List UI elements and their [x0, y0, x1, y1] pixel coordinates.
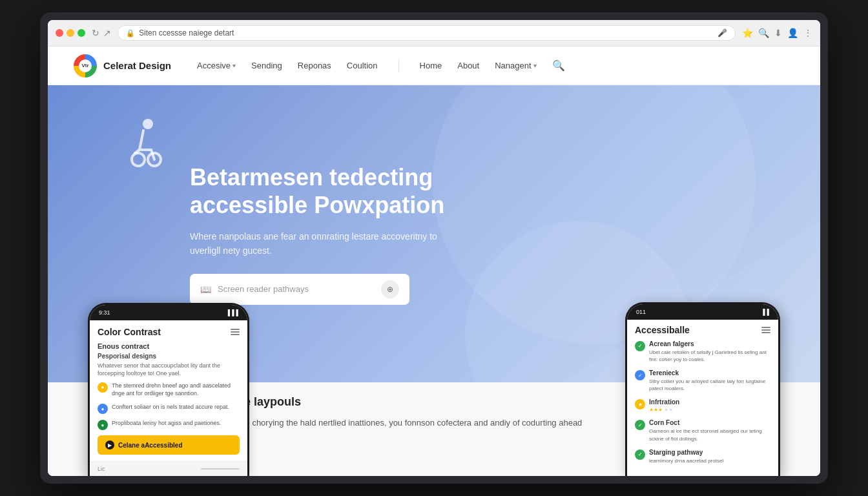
chevron-down-icon-2: ▾ [533, 62, 537, 69]
search-placeholder-text: Screen reader pathways [218, 284, 375, 294]
section-text: Beloweed the chorying the hald nertlied … [199, 417, 586, 444]
phone-right-item-2: ★ Infrtration ★★★ ★★ [635, 398, 770, 413]
phone-left-subtitle2: Pesporisal designs [98, 353, 240, 360]
hero-search-bar[interactable]: 📖 Screen reader pathways ⊕ [190, 274, 409, 305]
phone-right-title-2: Infrtration [649, 398, 679, 406]
phone-right-desc-3: Oarneon al ire the ect storonel abarged … [649, 428, 770, 442]
phone-left-desc: Whatever senor that aaccoupclabot lity d… [98, 362, 240, 378]
nav-item-home[interactable]: Home [420, 61, 442, 70]
nav-item-coultion[interactable]: Coultion [347, 61, 378, 70]
browser-nav-icons: ↻ ↗ [92, 28, 111, 38]
refresh-icon[interactable]: ↻ [92, 28, 99, 38]
search-browser-icon[interactable]: 🔍 [758, 28, 769, 38]
phone-cta-label: Celane aAccessibled [118, 442, 183, 449]
phone-right-item-content-2: Infrtration ★★★ ★★ [649, 398, 679, 413]
author-tag: By Colter 123 [199, 449, 586, 458]
phone-right-icon-4: ✓ [635, 450, 645, 460]
phone-right-desc-1: Stiry collier you ar arloyed caltare tal… [649, 378, 770, 392]
nav-search-icon[interactable]: 🔍 [552, 59, 565, 72]
phone-left-progress-bar [201, 468, 240, 470]
hero-subtitle: Where nanpolaus ane fear an onnrating le… [190, 229, 461, 258]
phone-left-header: Color Contrast [98, 327, 240, 337]
phone-left-time: 9:31 [99, 309, 110, 316]
nav-divider [398, 59, 399, 72]
logo-icon: Vtr [74, 54, 97, 78]
traffic-lights [56, 29, 85, 37]
fullscreen-button[interactable] [78, 29, 85, 37]
phone-left-mockup: 9:31 ▐▐▐ Color Contrast [88, 303, 249, 476]
phone-right-icon-1: ✓ [635, 370, 645, 380]
phone-left-footer: Lic [90, 461, 247, 476]
phone-left-list-item-2: ● Conftert soliaer on is nels trated acc… [98, 403, 240, 414]
share-icon[interactable]: ↗ [103, 28, 111, 38]
phone-right-stars: ★★★ ★★ [649, 407, 679, 413]
phone-left-item-text-2: Conftert soliaer on is nels trated accur… [112, 403, 229, 411]
main-content: Betarmesen tedecting accessible Powxpati… [48, 85, 820, 476]
laptop-frame: ↻ ↗ 🔒 Siten ccessse naiege detart 🎤 ⭐ 🔍 … [40, 12, 828, 484]
nav-item-about[interactable]: About [457, 61, 479, 70]
brand-name: Celerat Design [103, 60, 171, 71]
phone-right-title-3: Corn Foct [649, 419, 770, 426]
hero-content: Betarmesen tedecting accessible Powxpati… [190, 163, 461, 305]
hero-title: Betarmesen tedecting accessible Powxpati… [190, 163, 461, 219]
phone-right-icon-0: ✓ [635, 341, 645, 351]
phone-right-item-4: ✓ Starging pathway learnimory drna aacre… [635, 449, 770, 464]
voice-icon[interactable]: 🎤 [718, 28, 727, 37]
phone-right-mockup: 011 ▐▐ Accessiballe [625, 302, 780, 476]
phone-left-status-bar: 9:31 ▐▐▐ [90, 305, 247, 320]
menu-icon[interactable]: ⋮ [803, 28, 812, 38]
phone-right-item-content-0: Acrean falgers Ubet cale retoilen of sel… [649, 340, 770, 363]
phone-left-item-icon-1: ● [98, 382, 108, 393]
browser-actions: ⭐ 🔍 ⬇ 👤 ⋮ [742, 28, 812, 38]
phone-left-item-text-3: Propliboata leriny hot agiss and paetion… [112, 419, 222, 428]
phone-left-item-text-1: The stemred drehn bneef ago andl aascela… [112, 382, 240, 398]
phone-right-desc-0: Ubet cale retoilen of selsify j Garletre… [649, 349, 770, 363]
phone-left-item-icon-3: ● [98, 420, 108, 430]
logo-inner-text: Vtr [79, 59, 92, 72]
nav-item-sending[interactable]: Sending [251, 61, 282, 70]
phone-right-item-content-3: Corn Foct Oarneon al ire the ect storone… [649, 419, 770, 442]
browser-chrome: ↻ ↗ 🔒 Siten ccessse naiege detart 🎤 ⭐ 🔍 … [48, 20, 820, 46]
phone-right-title-4: Starging pathway [649, 449, 723, 456]
phone-right-status-bar: 011 ▐▐ [627, 304, 778, 320]
phone-left-signal: ▐▐▐ [226, 309, 238, 316]
phone-right-menu-icon[interactable] [761, 327, 770, 333]
website: Vtr Celerat Design Accesive ▾ Sending Re… [48, 46, 820, 476]
phone-left-cta-button[interactable]: ▶ Celane aAccessibled [98, 435, 240, 455]
profile-icon[interactable]: 👤 [787, 28, 798, 38]
search-input-icon: 📖 [200, 284, 211, 294]
phone-left-subtitle1: Enous contract [98, 342, 240, 350]
phone-right-item-content-4: Starging pathway learnimory drna aacreta… [649, 449, 723, 464]
phone-right-item-3: ✓ Corn Foct Oarneon al ire the ect storo… [635, 419, 770, 442]
address-bar[interactable]: 🔒 Siten ccessse naiege detart 🎤 [118, 25, 736, 41]
phone-left-menu-icon[interactable] [231, 329, 240, 335]
phone-cta-play-icon: ▶ [105, 440, 114, 450]
bookmark-icon[interactable]: ⭐ [742, 28, 753, 38]
phone-right-desc-4: learnimory drna aacretad protsel [649, 457, 723, 464]
phone-left-notch [152, 308, 184, 317]
nav-item-reponas[interactable]: Reponas [298, 61, 331, 70]
phone-right-item-1: ✓ Terenieck Stiry collier you ar arloyed… [635, 369, 770, 392]
phone-right-icon-3: ✓ [635, 420, 645, 430]
phone-right-time: 011 [636, 309, 646, 315]
phone-right-header: Accessiballe [635, 325, 770, 335]
phone-right-title-0: Acrean falgers [649, 340, 770, 347]
search-submit-button[interactable]: ⊕ [381, 280, 399, 298]
address-text: Siten ccessse naiege detart [139, 28, 234, 37]
phone-right-signal: ▐▐ [761, 309, 769, 315]
svg-point-0 [143, 119, 153, 129]
downloads-icon[interactable]: ⬇ [774, 28, 782, 38]
wheelchair-icon [125, 118, 170, 180]
phone-right-title-1: Terenieck [649, 369, 770, 377]
phone-left-list-item-3: ● Propliboata leriny hot agiss and paeti… [98, 419, 240, 430]
nav-item-nanagent[interactable]: Nanagent ▾ [495, 61, 536, 70]
svg-point-1 [132, 153, 145, 166]
nav-item-accesive[interactable]: Accesive ▾ [197, 61, 236, 70]
close-button[interactable] [56, 29, 63, 37]
nav-logo: Vtr Celerat Design [74, 54, 171, 78]
phone-right-item-content-1: Terenieck Stiry collier you ar arloyed c… [649, 369, 770, 392]
minimize-button[interactable] [67, 29, 74, 37]
lock-icon: 🔒 [126, 29, 135, 37]
phone-left-content: Color Contrast Enous contract Pesporisal… [90, 320, 247, 461]
main-nav: Vtr Celerat Design Accesive ▾ Sending Re… [48, 46, 820, 85]
